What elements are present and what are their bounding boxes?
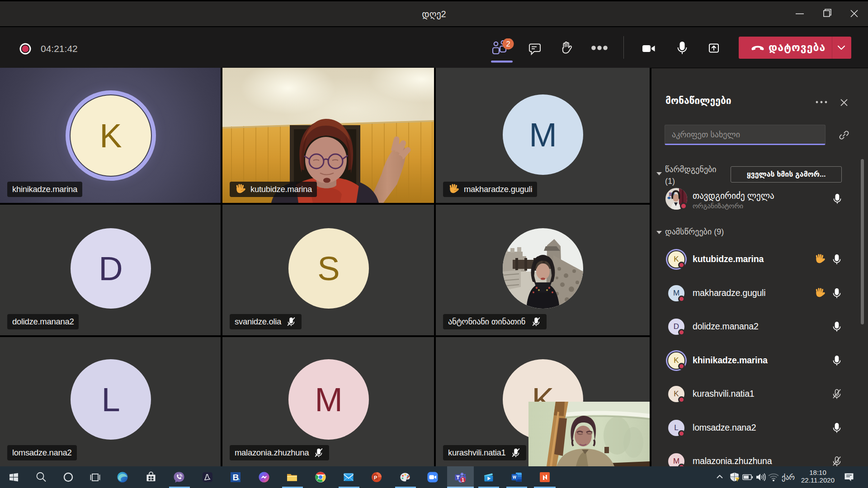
svg-text:B: B: [233, 473, 239, 482]
svg-text:1: 1: [462, 477, 464, 483]
svg-text:P: P: [374, 475, 377, 480]
svg-text:3: 3: [669, 192, 671, 197]
svg-text:2: 2: [506, 40, 510, 48]
